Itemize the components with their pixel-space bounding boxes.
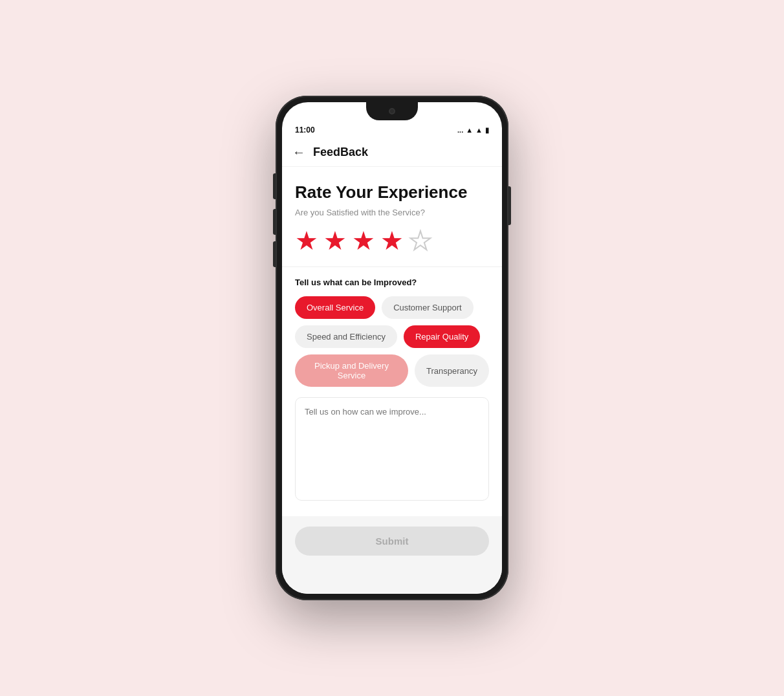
back-button[interactable]: ←	[292, 145, 305, 160]
submit-button[interactable]: Submit	[295, 527, 489, 556]
phone-notch	[366, 102, 418, 120]
feedback-textarea[interactable]	[295, 397, 489, 501]
improve-section: Tell us what can be Improved? Overall Se…	[295, 277, 489, 503]
signal-icon: ▲	[475, 126, 483, 134]
front-camera	[389, 108, 395, 114]
page-header: ← FeedBack	[282, 140, 502, 167]
section-divider	[282, 266, 502, 267]
wifi-icon: ▲	[466, 126, 473, 134]
improve-label: Tell us what can be Improved?	[295, 277, 489, 287]
scroll-content[interactable]: Rate Your Experience Are you Satisfied w…	[282, 167, 502, 594]
bottom-area: Submit	[282, 516, 502, 566]
content-inner: Rate Your Experience Are you Satisfied w…	[282, 167, 502, 516]
tag-overall-service[interactable]: Overall Service	[295, 296, 375, 319]
tags-row-2: Speed and Efficiency Repair Quality	[295, 325, 489, 348]
rate-subtitle: Are you Satisfied with the Service?	[295, 208, 489, 217]
status-time: 11:00	[295, 125, 315, 135]
phone-screen: 11:00 ... ▲ ▲ ▮ ← FeedBack Rate Your Exp…	[282, 102, 502, 594]
rate-title: Rate Your Experience	[295, 182, 489, 202]
star-1[interactable]: ★	[295, 228, 318, 254]
phone-frame: 11:00 ... ▲ ▲ ▮ ← FeedBack Rate Your Exp…	[276, 96, 508, 600]
tags-row-3: Pickup and Delivery Service Transperancy	[295, 354, 489, 387]
star-2[interactable]: ★	[323, 228, 347, 254]
page-title: FeedBack	[313, 146, 368, 159]
star-3[interactable]: ★	[352, 228, 375, 254]
tags-row-1: Overall Service Customer Support	[295, 296, 489, 319]
tag-speed-efficiency[interactable]: Speed and Efficiency	[295, 325, 397, 348]
tag-customer-support[interactable]: Customer Support	[382, 296, 474, 319]
tag-transparency[interactable]: Transperancy	[415, 354, 489, 387]
dots-icon: ...	[457, 126, 463, 134]
star-5[interactable]: ★	[409, 228, 432, 254]
star-4[interactable]: ★	[380, 228, 404, 254]
status-icons: ... ▲ ▲ ▮	[457, 126, 489, 135]
tag-pickup-delivery[interactable]: Pickup and Delivery Service	[295, 354, 408, 387]
tag-repair-quality[interactable]: Repair Quality	[404, 325, 480, 348]
rate-section: Rate Your Experience Are you Satisfied w…	[295, 182, 489, 254]
stars-row: ★ ★ ★ ★ ★	[295, 228, 489, 254]
battery-icon: ▮	[485, 126, 489, 135]
tags-grid: Overall Service Customer Support Speed a…	[295, 296, 489, 387]
